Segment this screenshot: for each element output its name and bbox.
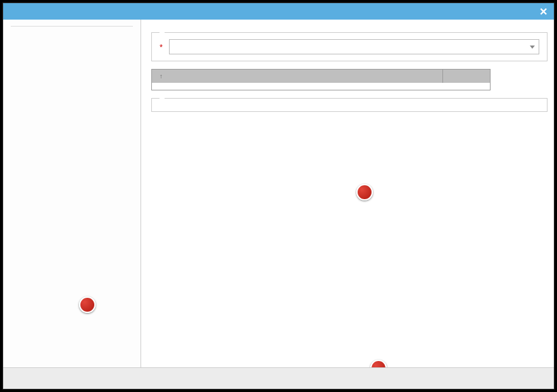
col-available-filters[interactable]: ↑ (152, 70, 443, 83)
format-settings-fieldset (151, 98, 548, 112)
filters-table: ↑ (151, 69, 491, 90)
callout-3 (356, 184, 373, 200)
preferences-dialog: ✕ * (3, 3, 554, 389)
table-header: ↑ (152, 70, 490, 83)
content-panel: * ↑ (141, 20, 554, 367)
callout-2 (79, 297, 96, 313)
sort-asc-icon: ↑ (160, 73, 163, 80)
extract-numbers-select[interactable] (169, 39, 539, 54)
chevron-down-icon (530, 46, 535, 49)
dialog-body: * ↑ (3, 20, 554, 367)
callout-4 (370, 360, 387, 367)
divider (11, 26, 133, 27)
configuration-fieldset: * (151, 32, 548, 61)
sidebar (3, 20, 141, 367)
close-icon[interactable]: ✕ (539, 6, 548, 18)
dialog-footer (3, 367, 554, 389)
table-actions (497, 69, 548, 90)
col-default[interactable] (443, 70, 490, 83)
extract-numbers-label: * (160, 42, 163, 52)
titlebar: ✕ (3, 3, 554, 20)
